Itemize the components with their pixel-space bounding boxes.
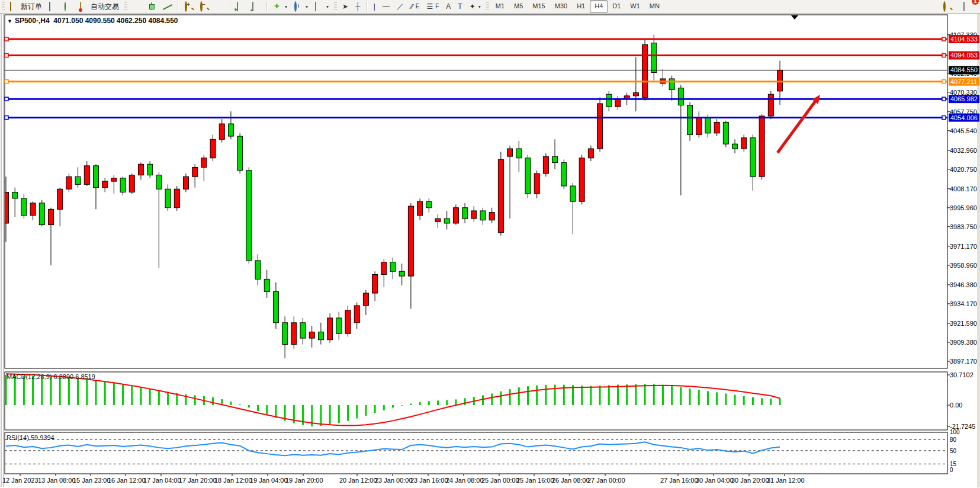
clock-icon bbox=[294, 2, 303, 11]
svg-text:17 Jan 20:00: 17 Jan 20:00 bbox=[179, 477, 217, 484]
bar-chart-mode-button[interactable] bbox=[129, 0, 144, 13]
autotrading-icon bbox=[80, 2, 88, 11]
toolbar-grip[interactable] bbox=[2, 2, 5, 11]
label-tool-icon: T bbox=[458, 2, 462, 11]
new-order-icon bbox=[10, 2, 18, 11]
svg-text:3958.960: 3958.960 bbox=[950, 262, 977, 269]
svg-text:18 Jan 12:00: 18 Jan 12:00 bbox=[214, 477, 252, 484]
crosshair-icon: ┼ bbox=[355, 2, 361, 11]
zoom-in-button[interactable]: + bbox=[181, 0, 197, 13]
svg-text:24 Jan 08:00: 24 Jan 08:00 bbox=[446, 477, 484, 484]
timeframe-m30-button[interactable]: M30 bbox=[550, 0, 572, 13]
channel-icon: ∕∕ bbox=[411, 2, 413, 11]
svg-text:50: 50 bbox=[950, 448, 957, 454]
svg-text:4045.540: 4045.540 bbox=[950, 127, 977, 134]
timeframe-h1-button[interactable]: H1 bbox=[572, 0, 590, 13]
chart-svg: 4107.3304082.5404070.3304057.7504045.540… bbox=[0, 13, 980, 488]
indicators-button[interactable]: ▾ bbox=[270, 0, 291, 13]
svg-text:15 Jan 23:00: 15 Jan 23:00 bbox=[73, 477, 111, 484]
cursor-tool-button[interactable]: ➤ bbox=[339, 0, 352, 13]
search-button[interactable] bbox=[940, 0, 955, 13]
timeframe-m1-button[interactable]: M1 bbox=[491, 0, 509, 13]
new-order-button[interactable]: 新订单 bbox=[7, 0, 46, 13]
svg-text:3909.380: 3909.380 bbox=[950, 339, 977, 346]
autotrading-button[interactable]: 自动交易 bbox=[76, 0, 123, 13]
chart-shift-button[interactable] bbox=[249, 0, 264, 13]
trendline-tool-button[interactable]: ／ bbox=[393, 0, 407, 13]
macd-indicator-label: MACD(12,26,9) 6.8890 6.8519 bbox=[7, 373, 95, 380]
svg-text:27 Jan 16:00: 27 Jan 16:00 bbox=[660, 477, 698, 484]
add-indicator-icon bbox=[274, 2, 282, 11]
terminal-window-button[interactable] bbox=[46, 0, 61, 13]
auto-scroll-button[interactable] bbox=[233, 0, 249, 13]
periods-button[interactable]: ▾ bbox=[291, 0, 311, 13]
crosshair-tool-button[interactable]: ┼ bbox=[352, 0, 364, 13]
svg-text:13 Jan 08:00: 13 Jan 08:00 bbox=[38, 477, 76, 484]
timeframe-mn-button[interactable]: MN bbox=[645, 0, 664, 13]
bar-chart-icon bbox=[133, 2, 141, 11]
svg-text:80: 80 bbox=[950, 436, 957, 443]
new-order-label: 新订单 bbox=[21, 2, 42, 12]
fibonacci-tool-button[interactable]: ☰F bbox=[423, 0, 442, 13]
svg-text:3934.170: 3934.170 bbox=[950, 300, 977, 307]
timeframe-group: M1M5M15M30H1H4D1W1MN bbox=[491, 0, 664, 13]
timeframe-d1-button[interactable]: D1 bbox=[608, 0, 625, 13]
vertical-line-tool-button[interactable]: | bbox=[370, 0, 379, 13]
trendline-icon: ／ bbox=[397, 2, 404, 11]
notification-badge: 1 bbox=[972, 0, 979, 5]
svg-text:17 Jan 04:00: 17 Jan 04:00 bbox=[143, 477, 181, 484]
svg-text:16 Jan 12:00: 16 Jan 12:00 bbox=[108, 477, 146, 484]
svg-text:23 Jan 00:00: 23 Jan 00:00 bbox=[375, 477, 413, 484]
svg-text:27 Jan 00:00: 27 Jan 00:00 bbox=[587, 477, 625, 484]
svg-text:4032.960: 4032.960 bbox=[950, 147, 977, 154]
timeframe-h4-button[interactable]: H4 bbox=[590, 0, 608, 13]
vertical-line-icon: | bbox=[374, 2, 375, 11]
shapes-tool-button[interactable]: ✦▾ bbox=[466, 0, 484, 13]
label-tool-button[interactable]: T bbox=[454, 0, 465, 13]
svg-text:3971.170: 3971.170 bbox=[950, 243, 977, 250]
candlestick-mode-button[interactable] bbox=[144, 0, 160, 13]
svg-text:23 Jan 16:00: 23 Jan 16:00 bbox=[410, 477, 448, 484]
tile-windows-button[interactable] bbox=[212, 0, 227, 13]
channel-tool-button[interactable]: ∕∕E bbox=[407, 0, 423, 13]
zoom-in-icon: + bbox=[185, 2, 193, 11]
fibonacci-icon: ☰ bbox=[426, 2, 433, 11]
svg-text:3995.960: 3995.960 bbox=[950, 204, 977, 211]
svg-text:4008.170: 4008.170 bbox=[950, 185, 977, 192]
svg-text:4065.982: 4065.982 bbox=[950, 95, 978, 102]
template-icon bbox=[315, 2, 323, 11]
timeframe-m5-button[interactable]: M5 bbox=[509, 0, 528, 13]
templates-button[interactable]: ▾ bbox=[311, 0, 332, 13]
shapes-icon: ✦ bbox=[470, 2, 475, 11]
signals-button[interactable] bbox=[61, 0, 76, 13]
svg-text:0.00: 0.00 bbox=[950, 402, 962, 409]
candlestick-icon bbox=[148, 2, 156, 11]
timeframe-w1-button[interactable]: W1 bbox=[625, 0, 645, 13]
svg-text:19 Jan 20:00: 19 Jan 20:00 bbox=[285, 477, 323, 484]
timeframe-m15-button[interactable]: M15 bbox=[528, 0, 550, 13]
autotrading-label: 自动交易 bbox=[91, 2, 119, 12]
horizontal-line-tool-button[interactable]: — bbox=[379, 0, 393, 13]
svg-text:4077.211: 4077.211 bbox=[950, 78, 977, 85]
chat-button[interactable]: 1 bbox=[960, 0, 975, 13]
svg-text:4020.750: 4020.750 bbox=[950, 166, 977, 173]
svg-text:12 Jan 2023: 12 Jan 2023 bbox=[2, 477, 38, 484]
chart-symbol-period: SP500-,H4 bbox=[15, 17, 50, 25]
svg-text:4054.006: 4054.006 bbox=[950, 114, 978, 121]
svg-text:30 Jan 04:00: 30 Jan 04:00 bbox=[696, 477, 734, 484]
auto-scroll-icon bbox=[237, 2, 245, 11]
svg-text:4094.053: 4094.053 bbox=[950, 52, 978, 59]
line-chart-mode-button[interactable] bbox=[160, 0, 175, 13]
svg-text:4070.330: 4070.330 bbox=[950, 89, 977, 96]
chart-title-caret-icon: ▼ bbox=[7, 18, 12, 24]
svg-text:4104.533: 4104.533 bbox=[950, 36, 978, 43]
text-tool-button[interactable]: A bbox=[442, 0, 454, 13]
channel-letter: E bbox=[416, 2, 420, 11]
cursor-icon: ➤ bbox=[342, 2, 348, 11]
tile-windows-icon bbox=[216, 2, 224, 11]
chart-area[interactable]: ▼SP500-,H4 4071.050 4090.550 4062.250 40… bbox=[0, 13, 980, 488]
rsi-indicator-label: RSI(14) 59.9394 bbox=[7, 434, 54, 441]
zoom-out-button[interactable]: − bbox=[197, 0, 212, 13]
chart-ohlc-values: 4071.050 4090.550 4062.250 4084.550 bbox=[53, 17, 178, 25]
svg-text:20 Jan 12:00: 20 Jan 12:00 bbox=[339, 477, 377, 484]
